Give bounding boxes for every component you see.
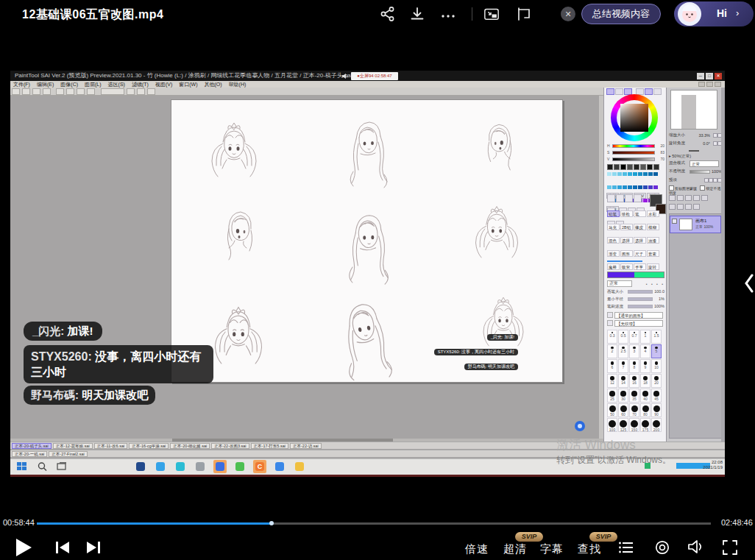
- color-swatch[interactable]: [628, 172, 632, 176]
- brush-size-cell[interactable]: 0.7: [629, 330, 639, 344]
- color-swatch[interactable]: [633, 172, 637, 176]
- brush-button[interactable]: 魔棒: [607, 263, 620, 270]
- brush-button[interactable]: 尺子: [634, 250, 646, 257]
- brush-size-cell[interactable]: 40: [640, 389, 651, 403]
- brush-size-cell[interactable]: 16: [629, 374, 639, 388]
- brush-size-cell[interactable]: 4: [640, 344, 651, 358]
- blend-mode-row[interactable]: 混合模式 正常: [669, 160, 722, 168]
- playback-speed-button[interactable]: 倍速: [465, 542, 489, 556]
- close-icon[interactable]: ✕: [561, 7, 575, 21]
- sai-menu[interactable]: 视图(V): [155, 81, 172, 88]
- file-tab[interactable]: 正本-20-稿子头.sai: [12, 443, 52, 449]
- brush-button[interactable]: 套索: [647, 250, 659, 257]
- taskbar-app-icon[interactable]: [233, 460, 247, 473]
- taskbar-app-icon[interactable]: [194, 460, 207, 473]
- file-tab[interactable]: 正本-16-cg平涂.sai: [129, 443, 169, 449]
- sai-menu[interactable]: 文件(F): [13, 81, 30, 88]
- brush-button[interactable]: 喷枪: [620, 210, 633, 217]
- assistant-chevron-icon[interactable]: ›: [736, 7, 739, 18]
- color-swatch[interactable]: [623, 172, 627, 176]
- brush-button[interactable]: 旋转: [647, 263, 659, 270]
- layer-item-selected[interactable]: 画布1 正常 100%: [670, 216, 721, 233]
- brush-size-cell[interactable]: 0.3: [607, 330, 617, 344]
- brush-size-cell[interactable]: 20: [651, 374, 662, 388]
- brush-blend-mode-select[interactable]: 正常: [607, 280, 632, 287]
- opacity-row[interactable]: 不透明度 100%: [669, 169, 722, 176]
- brush-button[interactable]: 渐变: [607, 250, 620, 257]
- sai-menu[interactable]: 选区(S): [108, 81, 125, 88]
- file-tab[interactable]: 正本-17-打形5.sai: [251, 443, 288, 449]
- brush-size-cell[interactable]: 10: [651, 359, 662, 373]
- brush-size-cell[interactable]: 90: [651, 403, 662, 417]
- taskbar-app-icon[interactable]: [293, 460, 306, 473]
- brush-size-cell[interactable]: 8: [629, 359, 639, 373]
- next-button[interactable]: [85, 541, 102, 554]
- taskbar-app-icon[interactable]: [273, 460, 286, 473]
- subtitles-button[interactable]: 字幕: [540, 542, 564, 556]
- doc-restore-button[interactable]: [706, 82, 713, 87]
- sai-menu[interactable]: 窗口(W): [179, 81, 197, 88]
- sai-maximize-button[interactable]: □: [706, 73, 713, 79]
- color-swatch[interactable]: [647, 164, 653, 170]
- file-tab[interactable]: 正本-22-访.sai: [290, 443, 322, 449]
- brush-size-cell[interactable]: 70: [629, 403, 639, 417]
- brush-grid[interactable]: 铅笔喷枪笔水彩笔马克笔2B铅笔橡皮擦模糊混色选择笔选择擦油漆桶渐变图形尺子套索魔…: [607, 210, 665, 277]
- brush-button[interactable]: 橡皮擦: [634, 224, 646, 230]
- brush-size-cell[interactable]: 30: [618, 389, 628, 403]
- brush-size-cell[interactable]: 2: [607, 344, 617, 358]
- color-swatch[interactable]: [634, 164, 639, 170]
- brush-texture-row[interactable]: 【无纹理】: [607, 320, 664, 327]
- search-icon[interactable]: [37, 461, 48, 472]
- brush-button[interactable]: 选择笔: [620, 237, 633, 244]
- previous-button[interactable]: [54, 541, 71, 554]
- brush-size-cell[interactable]: 25: [607, 389, 617, 403]
- blend-mode-select[interactable]: 正常: [690, 160, 719, 167]
- color-swatch[interactable]: [627, 164, 633, 170]
- brush-slider[interactable]: 画笔大小100.0: [607, 288, 664, 296]
- taskbar-app-icon[interactable]: [134, 460, 147, 473]
- brush-size-cell[interactable]: 80: [640, 403, 651, 417]
- brush-button[interactable]: 手掌: [634, 263, 646, 270]
- more-icon[interactable]: [440, 6, 456, 22]
- layer-panel-scrollbar[interactable]: [721, 88, 725, 442]
- brush-slider[interactable]: 最小半径1%: [607, 296, 664, 303]
- swatch-dark-row[interactable]: [607, 164, 660, 171]
- brush-size-cell[interactable]: 14: [618, 374, 628, 388]
- brush-size-cell[interactable]: 150: [629, 418, 639, 432]
- share-icon[interactable]: [380, 6, 396, 22]
- brush-size-cell[interactable]: 18: [640, 374, 651, 388]
- playlist-icon[interactable]: [618, 541, 634, 554]
- brush-size-cell[interactable]: 1.5: [651, 330, 662, 344]
- brush-button[interactable]: 马克笔: [607, 224, 620, 230]
- record-target-icon[interactable]: [654, 539, 670, 556]
- brush-button[interactable]: 水彩笔: [647, 210, 659, 217]
- brush-button[interactable]: 选择擦: [634, 237, 646, 244]
- brush-size-cell[interactable]: 1: [640, 330, 651, 344]
- summarize-video-button[interactable]: 总结视频内容: [581, 4, 661, 24]
- color-swatch[interactable]: [653, 172, 658, 176]
- brush-size-cell[interactable]: 2.5: [618, 344, 628, 358]
- brush-button[interactable]: 笔: [634, 210, 646, 217]
- brush-size-cell[interactable]: 6: [607, 359, 617, 373]
- brush-size-cell[interactable]: 3: [629, 344, 639, 358]
- layer-action-icons-row2[interactable]: [669, 204, 723, 211]
- assistant-label[interactable]: Hi: [717, 7, 727, 19]
- sai-menu[interactable]: 滤镜(T): [132, 81, 149, 88]
- brush-slider[interactable]: 笔刷浓度100%: [607, 303, 664, 311]
- file-tab[interactable]: 正本-20-细化腿.sai: [170, 443, 210, 449]
- brush-button[interactable]: 混色: [607, 237, 620, 244]
- saturation-slider[interactable]: S83: [607, 150, 664, 155]
- brush-size-cell[interactable]: 9: [640, 359, 651, 373]
- play-button[interactable]: [13, 536, 34, 559]
- layer-checkboxes[interactable]: 剪贴图层蒙版 锁定不透明度: [669, 185, 723, 195]
- layer-action-icons-row1[interactable]: [669, 195, 723, 202]
- file-tab[interactable]: 正本-11-改6.sai: [94, 443, 128, 449]
- color-swatch[interactable]: [638, 172, 642, 176]
- brush-button[interactable]: 图形: [620, 250, 633, 257]
- fullscreen-icon[interactable]: [722, 539, 738, 556]
- file-tab[interactable]: 正本-12-花寄娘.sai: [53, 443, 93, 449]
- brush-size-cell[interactable]: 125: [618, 418, 628, 432]
- brush-size-cell[interactable]: 50: [607, 403, 617, 417]
- color-swatch[interactable]: [607, 172, 612, 176]
- taskbar-app-icon[interactable]: C: [253, 460, 266, 473]
